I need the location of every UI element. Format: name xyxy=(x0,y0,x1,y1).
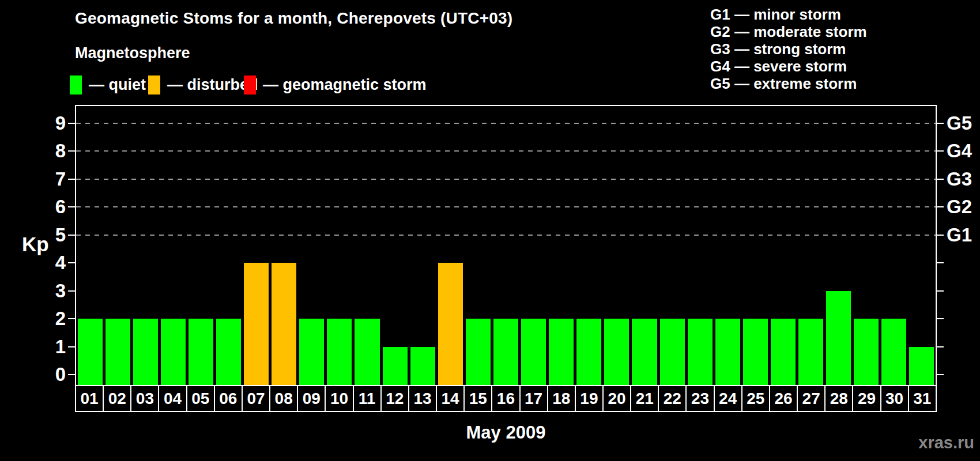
x-axis-day-30: 30 xyxy=(881,386,909,411)
legend-swatch-storm xyxy=(244,75,256,95)
legend-item-quiet: — quiet xyxy=(70,74,146,95)
right-axis-label-g3: G3 xyxy=(947,168,972,190)
x-axis-day-26: 26 xyxy=(770,386,798,411)
bar-day-14 xyxy=(438,263,463,385)
y-tick-left-0 xyxy=(68,374,75,375)
y-tick-label-7: 7 xyxy=(32,168,66,190)
x-axis-day-05: 05 xyxy=(187,386,215,411)
bar-day-27 xyxy=(798,319,823,385)
x-axis-day-27: 27 xyxy=(798,386,826,411)
x-axis-day-06: 06 xyxy=(215,386,243,411)
x-axis-day-02: 02 xyxy=(104,386,131,411)
right-axis-label-g2: G2 xyxy=(947,196,972,218)
y-tick-label-3: 3 xyxy=(32,280,66,302)
storm-scale-legend: G1 — minor stormG2 — moderate stormG3 — … xyxy=(710,6,867,92)
bar-day-01 xyxy=(78,319,103,385)
x-axis-day-25: 25 xyxy=(742,386,770,411)
bar-day-02 xyxy=(105,319,130,385)
bar-day-15 xyxy=(466,319,491,385)
x-axis-day-07: 07 xyxy=(243,386,270,411)
y-tick-label-1: 1 xyxy=(32,336,66,358)
legend-label-quiet: — quiet xyxy=(89,76,146,94)
y-axis-title: Kp xyxy=(22,233,49,256)
magnetosphere-label: Magnetosphere xyxy=(75,44,190,62)
bar-day-20 xyxy=(604,319,629,385)
storm-scale-line-2: G2 — moderate storm xyxy=(710,23,867,40)
geomagnetic-chart-page: { "page": { "background": "#000000", "wa… xyxy=(0,0,980,461)
x-axis-day-10: 10 xyxy=(326,386,353,411)
month-label: May 2009 xyxy=(75,422,937,443)
x-axis-day-11: 11 xyxy=(354,386,382,411)
y-tick-right-2 xyxy=(937,318,944,319)
x-axis-day-28: 28 xyxy=(826,386,853,411)
right-axis-label-g5: G5 xyxy=(947,112,972,134)
bar-day-28 xyxy=(826,291,851,386)
y-tick-left-2 xyxy=(68,318,75,319)
bar-day-12 xyxy=(383,347,408,386)
y-tick-right-3 xyxy=(937,290,944,292)
x-axis-day-13: 13 xyxy=(409,386,437,411)
y-tick-left-9 xyxy=(68,123,75,124)
x-axis-day-31: 31 xyxy=(909,386,936,411)
bar-day-16 xyxy=(493,319,518,385)
x-axis-day-20: 20 xyxy=(604,386,631,411)
x-axis-day-22: 22 xyxy=(659,386,687,411)
bar-day-22 xyxy=(660,319,685,385)
bar-day-25 xyxy=(743,319,768,385)
x-axis-day-03: 03 xyxy=(131,386,159,411)
watermark: xras.ru xyxy=(859,433,974,452)
storm-scale-line-4: G4 — severe storm xyxy=(710,58,867,75)
x-axis-day-row: 0102030405060708091011121314151617181920… xyxy=(75,385,937,412)
bar-day-09 xyxy=(299,319,324,385)
bar-day-06 xyxy=(216,319,241,385)
bar-day-13 xyxy=(410,347,435,386)
x-axis-day-18: 18 xyxy=(548,386,576,411)
y-tick-right-5 xyxy=(937,235,944,236)
storm-scale-line-3: G3 — strong storm xyxy=(710,40,867,58)
x-axis-day-12: 12 xyxy=(382,386,409,411)
x-axis-day-21: 21 xyxy=(631,386,659,411)
y-tick-left-3 xyxy=(68,290,75,292)
x-axis-day-09: 09 xyxy=(298,386,326,411)
gridline-kp-6 xyxy=(76,206,936,207)
y-tick-label-2: 2 xyxy=(32,308,66,330)
y-tick-left-5 xyxy=(68,235,75,236)
storm-scale-line-5: G5 — extreme storm xyxy=(710,75,867,92)
bar-day-07 xyxy=(244,263,269,385)
x-axis-day-24: 24 xyxy=(715,386,742,411)
bar-day-21 xyxy=(632,319,657,385)
bar-day-11 xyxy=(355,319,379,385)
bar-day-04 xyxy=(161,319,186,385)
x-axis-day-23: 23 xyxy=(687,386,714,411)
legend-item-disturbed: — disturbed xyxy=(148,74,258,95)
x-axis-day-15: 15 xyxy=(465,386,492,411)
y-tick-right-1 xyxy=(937,346,944,347)
bar-day-03 xyxy=(133,319,158,385)
y-tick-left-7 xyxy=(68,179,75,180)
y-tick-left-4 xyxy=(68,262,75,263)
right-axis-label-g1: G1 xyxy=(947,224,972,246)
y-tick-right-7 xyxy=(937,179,944,180)
plot-area xyxy=(75,105,937,385)
y-tick-label-8: 8 xyxy=(32,140,66,162)
bar-day-05 xyxy=(189,319,213,385)
x-axis-day-19: 19 xyxy=(576,386,604,411)
bar-day-19 xyxy=(576,319,601,385)
legend-swatch-disturbed xyxy=(148,75,160,95)
legend-label-storm: — geomagnetic storm xyxy=(263,76,427,94)
y-tick-right-6 xyxy=(937,206,944,207)
bar-day-10 xyxy=(327,319,352,385)
y-tick-left-1 xyxy=(68,346,75,347)
y-tick-label-0: 0 xyxy=(32,364,66,386)
chart-title: Geomagnetic Stoms for a month, Cherepove… xyxy=(75,9,512,28)
y-tick-label-6: 6 xyxy=(32,196,66,218)
bar-day-18 xyxy=(549,319,574,385)
x-axis-day-17: 17 xyxy=(521,386,548,411)
x-axis-day-29: 29 xyxy=(853,386,881,411)
storm-scale-line-1: G1 — minor storm xyxy=(710,6,867,23)
x-axis-day-14: 14 xyxy=(437,386,465,411)
y-tick-right-0 xyxy=(937,374,944,375)
gridline-kp-8 xyxy=(76,150,936,152)
bar-day-17 xyxy=(521,319,546,385)
y-tick-right-8 xyxy=(937,150,944,152)
